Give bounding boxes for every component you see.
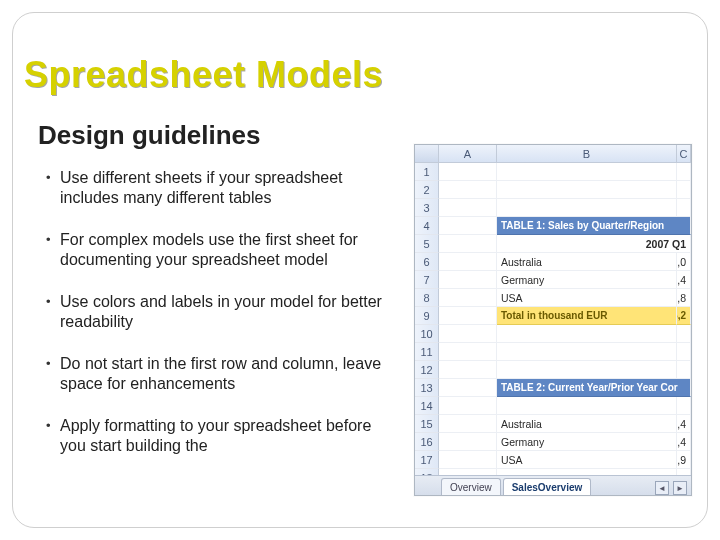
bullet-text: Apply formatting to your spreadsheet bef…: [60, 416, 386, 456]
bullet-item: • Use colors and labels in your model fo…: [46, 292, 386, 332]
row-header[interactable]: 13: [415, 379, 439, 397]
row-header[interactable]: 15: [415, 415, 439, 433]
total-label[interactable]: Total in thousand EUR: [497, 307, 677, 325]
slide-title: Spreadsheet Models: [24, 54, 383, 96]
table-subheader[interactable]: 2007 Q1: [497, 235, 691, 253]
bullet-item: • Do not start in the first row and colu…: [46, 354, 386, 394]
cell[interactable]: [439, 217, 497, 235]
cell[interactable]: [439, 415, 497, 433]
row-header[interactable]: 6: [415, 253, 439, 271]
cell[interactable]: [677, 163, 691, 181]
col-header[interactable]: C: [677, 145, 691, 163]
cell-country[interactable]: Germany: [497, 433, 677, 451]
spreadsheet-thumbnail: A B C 1 2 3 4 TABLE 1: Sales by Quarter/…: [414, 144, 692, 496]
cell[interactable]: [497, 397, 677, 415]
col-header[interactable]: B: [497, 145, 677, 163]
cell[interactable]: [439, 451, 497, 469]
row-header[interactable]: 11: [415, 343, 439, 361]
cell[interactable]: [439, 235, 497, 253]
row-header[interactable]: 12: [415, 361, 439, 379]
spreadsheet-grid: A B C 1 2 3 4 TABLE 1: Sales by Quarter/…: [415, 145, 691, 487]
cell[interactable]: [497, 163, 677, 181]
cell-value[interactable]: 3,948,4: [677, 271, 691, 289]
bullet-text: Do not start in the first row and column…: [60, 354, 386, 394]
bullet-text: Use colors and labels in your model for …: [60, 292, 386, 332]
bullet-text: Use different sheets if your spreadsheet…: [60, 168, 386, 208]
tab-scroll-left-icon[interactable]: ◄: [655, 481, 669, 495]
bullet-item: • For complex models use the first sheet…: [46, 230, 386, 270]
cell[interactable]: [677, 325, 691, 343]
slide-subtitle: Design guidelines: [38, 120, 261, 151]
bullet-dot-icon: •: [46, 354, 60, 374]
cell[interactable]: [439, 199, 497, 217]
cell[interactable]: [439, 379, 497, 397]
cell[interactable]: [497, 181, 677, 199]
cell[interactable]: [439, 397, 497, 415]
cell[interactable]: [677, 397, 691, 415]
cell[interactable]: [439, 433, 497, 451]
bullet-dot-icon: •: [46, 292, 60, 312]
row-header[interactable]: 10: [415, 325, 439, 343]
row-header[interactable]: 7: [415, 271, 439, 289]
cell-value[interactable]: 40,477,4: [677, 415, 691, 433]
cell-country[interactable]: Germany: [497, 271, 677, 289]
cell[interactable]: [497, 361, 677, 379]
cell[interactable]: [439, 325, 497, 343]
cell[interactable]: [677, 181, 691, 199]
cell[interactable]: [439, 253, 497, 271]
col-header[interactable]: A: [439, 145, 497, 163]
bullet-item: • Use different sheets if your spreadshe…: [46, 168, 386, 208]
cell[interactable]: [439, 289, 497, 307]
cell-value[interactable]: 34,013,4: [677, 433, 691, 451]
cell[interactable]: [439, 361, 497, 379]
cell[interactable]: [497, 325, 677, 343]
cell-value[interactable]: 34,945,9: [677, 451, 691, 469]
cell-country[interactable]: USA: [497, 289, 677, 307]
bullet-dot-icon: •: [46, 416, 60, 436]
total-value[interactable]: 12,705,2: [677, 307, 691, 325]
row-header[interactable]: 16: [415, 433, 439, 451]
sheet-tab[interactable]: Overview: [441, 478, 501, 495]
select-all-corner[interactable]: [415, 145, 439, 163]
bullet-text: For complex models use the first sheet f…: [60, 230, 386, 270]
cell[interactable]: [439, 163, 497, 181]
row-header[interactable]: 5: [415, 235, 439, 253]
cell[interactable]: [677, 199, 691, 217]
table-title[interactable]: TABLE 1: Sales by Quarter/Region: [497, 217, 691, 235]
cell[interactable]: [497, 343, 677, 361]
cell[interactable]: [497, 199, 677, 217]
cell[interactable]: [677, 343, 691, 361]
tab-scroll-right-icon[interactable]: ►: [673, 481, 687, 495]
cell[interactable]: [439, 271, 497, 289]
row-header[interactable]: 14: [415, 397, 439, 415]
cell-value[interactable]: 4,823,0: [677, 253, 691, 271]
cell-country[interactable]: USA: [497, 451, 677, 469]
row-header[interactable]: 1: [415, 163, 439, 181]
row-header[interactable]: 17: [415, 451, 439, 469]
bullet-list: • Use different sheets if your spreadshe…: [46, 168, 386, 456]
row-header[interactable]: 8: [415, 289, 439, 307]
cell[interactable]: [439, 307, 497, 325]
sheet-tab-strip: Overview SalesOverview ◄ ►: [415, 475, 691, 495]
row-header[interactable]: 4: [415, 217, 439, 235]
bullet-dot-icon: •: [46, 230, 60, 250]
bullet-dot-icon: •: [46, 168, 60, 188]
cell-country[interactable]: Australia: [497, 253, 677, 271]
slide: Spreadsheet Models Design guidelines • U…: [0, 0, 720, 540]
row-header[interactable]: 2: [415, 181, 439, 199]
table-title[interactable]: TABLE 2: Current Year/Prior Year Cor: [497, 379, 691, 397]
bullet-item: • Apply formatting to your spreadsheet b…: [46, 416, 386, 456]
cell-value[interactable]: 3,933,8: [677, 289, 691, 307]
cell[interactable]: [439, 181, 497, 199]
row-header[interactable]: 3: [415, 199, 439, 217]
cell[interactable]: [439, 343, 497, 361]
cell-country[interactable]: Australia: [497, 415, 677, 433]
row-header[interactable]: 9: [415, 307, 439, 325]
sheet-tab-active[interactable]: SalesOverview: [503, 478, 592, 495]
cell[interactable]: [677, 361, 691, 379]
